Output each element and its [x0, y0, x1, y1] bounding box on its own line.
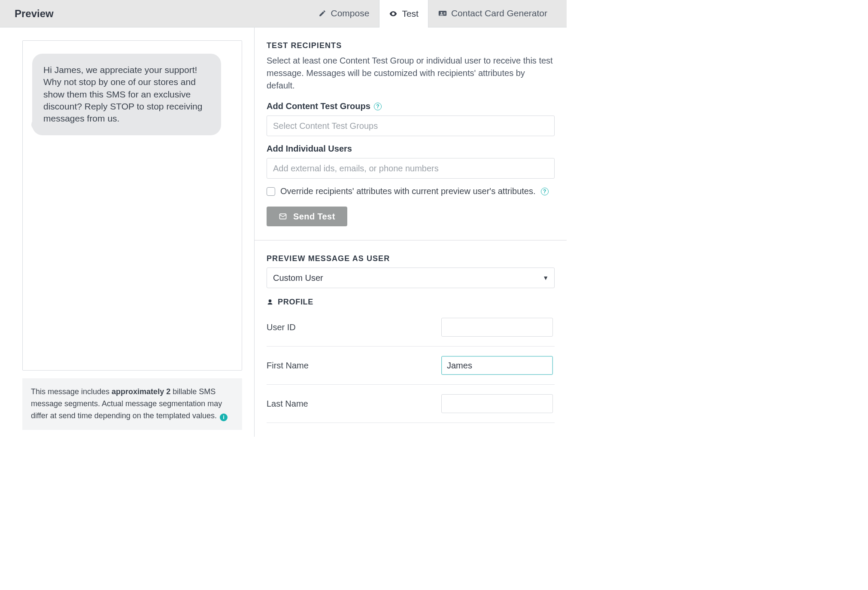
profile-row: First Name: [267, 347, 555, 385]
first-name-input[interactable]: [441, 356, 553, 375]
tab-compose[interactable]: Compose: [309, 0, 379, 27]
profile-header: PROFILE: [267, 298, 555, 307]
section-title: PREVIEW MESSAGE AS USER: [267, 254, 555, 263]
profile-title: PROFILE: [278, 298, 313, 307]
right-panel: TEST RECIPIENTS Select at least one Cont…: [255, 27, 567, 437]
sms-bubble: Hi James, we appreciate your support! Wh…: [32, 54, 221, 135]
page-title: Preview: [15, 8, 54, 20]
segments-bold: approximately 2: [112, 387, 170, 396]
individual-users-input[interactable]: [267, 158, 555, 179]
sms-text: Hi James, we appreciate your support! Wh…: [43, 65, 202, 123]
user-id-input[interactable]: [441, 318, 553, 337]
tabs: Compose Test Contact Card Generator: [309, 0, 557, 27]
button-label: Send Test: [293, 212, 335, 222]
bubble-tail: [29, 122, 38, 131]
preview-user-select[interactable]: [267, 268, 555, 288]
override-label: Override recipients' attributes with cur…: [280, 186, 536, 196]
preview-as-section: PREVIEW MESSAGE AS USER ▼ PROFILE User I…: [255, 240, 567, 437]
preview-user-select-wrap: ▼: [267, 268, 555, 288]
content-test-groups-input[interactable]: [267, 116, 555, 136]
section-title: TEST RECIPIENTS: [267, 41, 555, 50]
last-name-input[interactable]: [441, 394, 553, 413]
eye-icon: [389, 9, 398, 18]
tab-label: Compose: [331, 8, 369, 18]
section-description: Select at least one Content Test Group o…: [267, 55, 555, 92]
label-text: Add Individual Users: [267, 144, 352, 154]
segments-note: This message includes approximately 2 bi…: [22, 378, 242, 430]
users-label: Add Individual Users: [267, 144, 555, 154]
profile-grid: User ID First Name Last Name: [267, 313, 555, 423]
help-icon[interactable]: ?: [541, 188, 549, 195]
field-label: User ID: [267, 322, 441, 332]
tab-contact-card-generator[interactable]: Contact Card Generator: [428, 0, 557, 27]
override-checkbox[interactable]: [267, 187, 275, 196]
header: Preview Compose Test Contact Card Genera…: [0, 0, 567, 27]
user-icon: [267, 299, 273, 306]
label-text: Add Content Test Groups: [267, 101, 370, 111]
pencil-icon: [319, 9, 326, 17]
field-label: First Name: [267, 361, 441, 371]
tab-label: Test: [402, 9, 419, 19]
tab-test[interactable]: Test: [379, 0, 428, 27]
test-recipients-section: TEST RECIPIENTS Select at least one Cont…: [255, 27, 567, 240]
send-test-button[interactable]: Send Test: [267, 207, 347, 226]
groups-label: Add Content Test Groups ?: [267, 101, 555, 111]
profile-row: Last Name: [267, 385, 555, 423]
segments-prefix: This message includes: [31, 387, 112, 396]
override-row: Override recipients' attributes with cur…: [267, 186, 555, 196]
profile-row: User ID: [267, 313, 555, 347]
sms-preview: Hi James, we appreciate your support! Wh…: [22, 40, 242, 371]
envelope-icon: [279, 212, 287, 221]
field-label: Last Name: [267, 399, 441, 409]
preview-panel: Hi James, we appreciate your support! Wh…: [0, 27, 255, 437]
main: Hi James, we appreciate your support! Wh…: [0, 27, 567, 437]
help-icon[interactable]: ?: [374, 103, 382, 110]
tab-label: Contact Card Generator: [451, 8, 547, 18]
contact-card-icon: [438, 9, 447, 18]
info-icon[interactable]: i: [220, 414, 228, 421]
